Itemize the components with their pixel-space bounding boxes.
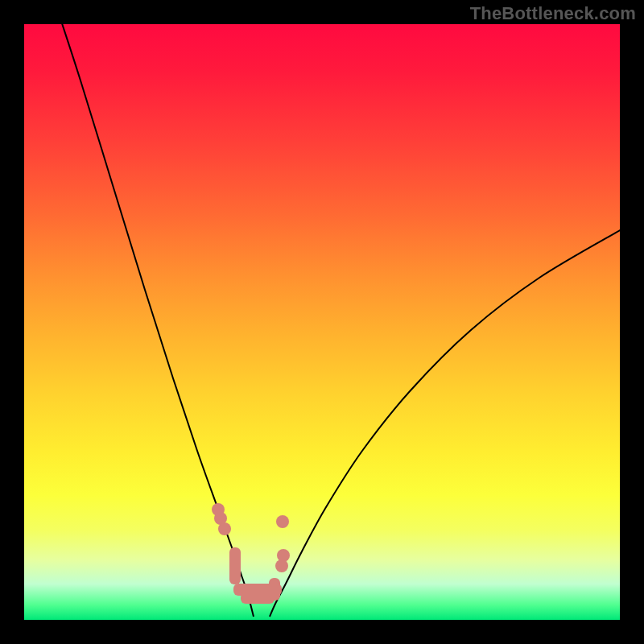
chart-frame: TheBottleneck.com [0, 0, 644, 644]
chart-svg [24, 24, 620, 620]
curve-marker-dot [218, 522, 231, 535]
right-curve [270, 229, 620, 617]
curve-marker-dot [275, 559, 288, 572]
marker-group [212, 503, 290, 604]
curve-marker-bar [269, 578, 280, 601]
watermark-text: TheBottleneck.com [470, 3, 636, 24]
curve-marker-dot [276, 515, 289, 528]
curve-marker-bar [229, 547, 241, 584]
chart-plot-area [24, 24, 620, 620]
